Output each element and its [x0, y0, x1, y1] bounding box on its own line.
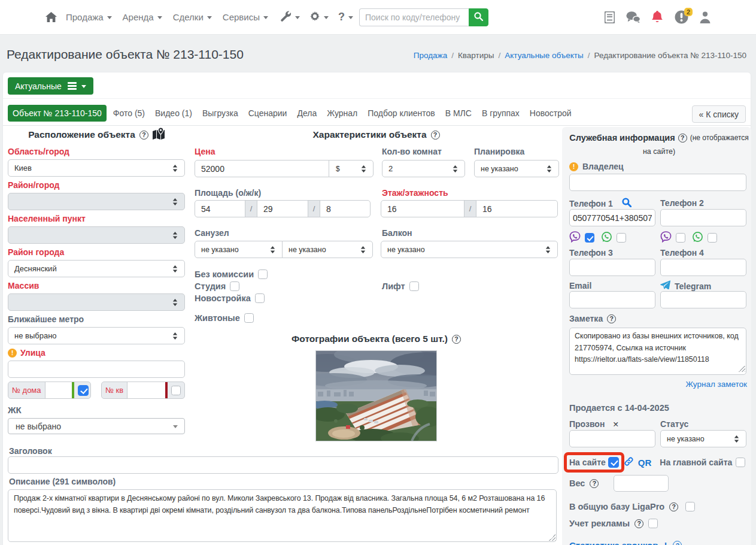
rooms-select[interactable]: 2 [382, 160, 465, 177]
currency-select[interactable]: $ [329, 160, 374, 177]
phone1-input[interactable] [569, 209, 655, 226]
settlement-select[interactable] [8, 226, 185, 244]
floor-input[interactable] [381, 200, 464, 217]
tab-video[interactable]: Видео (1) [155, 108, 192, 118]
help-circle-icon[interactable]: ? [669, 502, 678, 511]
help-circle-icon[interactable]: ? [452, 335, 461, 344]
help-circle-icon[interactable]: ? [678, 134, 687, 143]
tab-object-active[interactable]: Объект № 213-110-150 [8, 105, 107, 122]
flat-number-input[interactable] [127, 382, 165, 398]
tab-podbor[interactable]: Подбор клиентов [368, 108, 435, 118]
phone1-whatsapp-checkbox[interactable] [617, 233, 626, 243]
notifications-bell-icon[interactable] [650, 10, 664, 25]
qr-link[interactable]: QR [638, 458, 652, 468]
help-circle-icon[interactable]: ? [634, 519, 643, 528]
title-label: Заголовок [9, 447, 559, 455]
object-card: Актуальные Объект № 213-110-150 Фото (5)… [2, 72, 751, 545]
tab-dela[interactable]: Дела [297, 108, 317, 118]
street-input[interactable] [8, 361, 185, 378]
tab-groups[interactable]: В группах [482, 108, 520, 118]
menu-prodazha[interactable]: Продажа [66, 12, 112, 22]
breadcrumb-link-prodazha[interactable]: Продажа [414, 51, 447, 60]
phone-search-icon[interactable] [622, 198, 631, 210]
status-select[interactable]: не указано [660, 430, 746, 447]
balcony-select[interactable]: не указано [381, 241, 558, 258]
house-number-input[interactable] [45, 382, 72, 398]
status-dropdown-button[interactable]: Актуальные [8, 77, 93, 95]
telegram-input[interactable] [660, 291, 746, 308]
price-input[interactable] [195, 160, 329, 177]
massif-select[interactable] [8, 293, 185, 311]
menu-arenda[interactable]: Аренда [123, 12, 162, 22]
owner-input[interactable] [569, 174, 746, 191]
settings-menu[interactable] [309, 11, 329, 23]
journal-icon[interactable] [602, 10, 617, 25]
messages-icon[interactable] [626, 10, 640, 25]
title-input[interactable] [8, 456, 558, 474]
search-input[interactable] [359, 8, 469, 26]
pets-checkbox[interactable] [244, 313, 254, 323]
area-separator: / [308, 200, 320, 217]
note-textarea[interactable]: Скопировано из базы внешних источников, … [569, 328, 746, 375]
studio-checkbox[interactable] [230, 281, 239, 291]
on-main-checkbox[interactable] [736, 458, 745, 467]
help-circle-icon[interactable]: ? [590, 479, 599, 488]
bathroom-select-1[interactable]: не указано [195, 241, 283, 258]
elevator-checkbox[interactable] [409, 281, 419, 291]
complex-select[interactable]: не выбрано [8, 418, 185, 434]
floors-total-input[interactable] [476, 200, 558, 217]
alerts-icon[interactable]: 2 [674, 10, 688, 25]
link-icon[interactable] [624, 457, 633, 468]
new-building-checkbox[interactable] [255, 293, 265, 303]
tools-menu[interactable] [281, 11, 300, 23]
district-select[interactable] [8, 193, 185, 210]
tab-mls[interactable]: В МЛС [445, 108, 472, 118]
metro-select[interactable]: не выбрано [8, 327, 185, 344]
help-circle-icon[interactable]: ? [673, 541, 682, 545]
description-textarea[interactable]: Продаж 2-х кімнатної квартири в Деснянсь… [8, 489, 557, 542]
tab-scenarii[interactable]: Сценарии [248, 108, 287, 118]
call-input[interactable] [569, 430, 655, 447]
object-photo[interactable] [315, 350, 437, 441]
no-commission-checkbox[interactable] [258, 270, 268, 279]
ligapro-checkbox[interactable] [685, 502, 695, 511]
phone2-viber-checkbox[interactable] [676, 233, 685, 243]
help-circle-icon[interactable]: ? [607, 314, 616, 323]
help-circle-icon[interactable]: ? [139, 131, 148, 140]
phone4-input[interactable] [660, 259, 746, 276]
flat-number-checkbox[interactable] [171, 386, 181, 395]
ads-checkbox[interactable] [648, 519, 658, 528]
city-district-select[interactable]: Деснянский [8, 260, 185, 277]
tab-zhurnal[interactable]: Журнал [327, 108, 357, 118]
search-button[interactable] [469, 8, 488, 26]
on-site-checkbox[interactable] [608, 457, 619, 468]
help-circle-icon[interactable]: ? [431, 131, 440, 140]
breadcrumb-link-actual[interactable]: Актуальные объекты [505, 51, 584, 60]
area-total-input[interactable] [195, 200, 245, 217]
home-icon[interactable] [45, 12, 57, 22]
profile-icon[interactable] [698, 10, 712, 25]
region-select[interactable]: Киев [8, 159, 185, 177]
map-icon[interactable] [153, 128, 165, 142]
weight-input[interactable] [614, 475, 669, 492]
back-to-list-button[interactable]: « К списку [692, 105, 746, 123]
clear-icon[interactable]: ✕ [612, 420, 618, 429]
area-kitchen-input[interactable] [320, 200, 371, 217]
area-living-input[interactable] [257, 200, 308, 217]
tab-novostroy[interactable]: Новострой [530, 108, 572, 118]
phone2-input[interactable] [660, 209, 746, 226]
menu-sdelki[interactable]: Сделки [173, 12, 212, 22]
note-journal-link[interactable]: Журнал заметок [686, 380, 748, 389]
tab-vygruzka[interactable]: Выгрузка [202, 108, 238, 118]
stats-link[interactable]: Статистика звонков [569, 540, 658, 545]
layout-select[interactable]: не указано [474, 160, 559, 177]
menu-servisy[interactable]: Сервисы [223, 12, 268, 22]
house-number-checkbox[interactable] [78, 385, 89, 396]
phone3-input[interactable] [569, 259, 655, 276]
email-input[interactable] [569, 291, 655, 308]
phone2-whatsapp-checkbox[interactable] [708, 233, 717, 243]
tab-photo[interactable]: Фото (5) [113, 108, 145, 118]
phone1-viber-checkbox[interactable] [585, 233, 594, 243]
help-menu[interactable]: ? [338, 11, 353, 23]
bathroom-select-2[interactable]: не указано [282, 241, 373, 258]
